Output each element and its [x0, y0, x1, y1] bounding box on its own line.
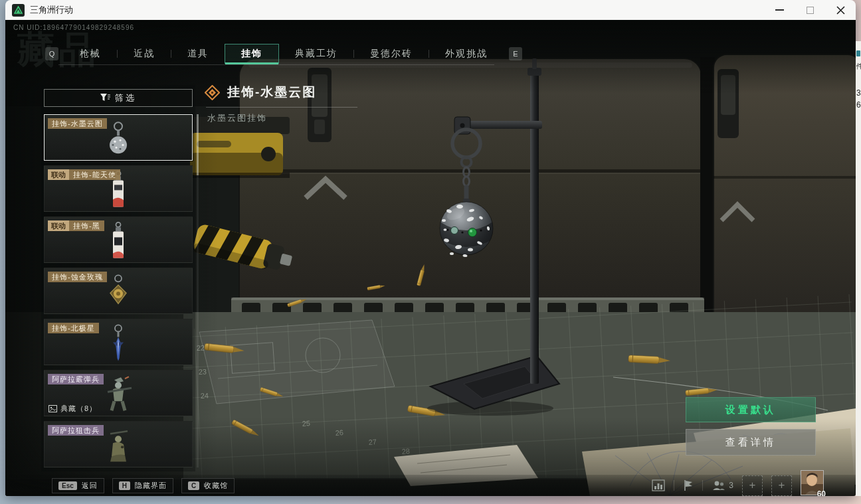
item-subtitle: 水墨云图挂饰 — [207, 112, 357, 124]
squad-count: 3 — [729, 481, 733, 490]
filter-button[interactable]: 筛选 — [44, 89, 193, 107]
empty-slot-button[interactable] — [742, 475, 763, 496]
item-thumbnail — [105, 323, 132, 363]
sidebar-item-neng-tianshi[interactable]: 联动挂饰-能天使 — [44, 165, 193, 212]
hint-hide-ui[interactable]: H 隐藏界面 — [112, 478, 173, 493]
sidebar-item-ink-cloud[interactable]: 挂饰-水墨云图 — [44, 114, 193, 161]
background-window-text: 件 — [856, 62, 861, 71]
sidebar-scrollbar[interactable] — [197, 114, 199, 467]
hint-collection-hall[interactable]: C 收藏馆 — [181, 478, 235, 493]
item-thumbnail — [104, 120, 133, 158]
scrollbar-thumb[interactable] — [197, 114, 199, 175]
tab-collection-workshop[interactable]: 典藏工坊 — [279, 44, 353, 64]
esc-keycap: Esc — [58, 481, 77, 490]
item-title: 挂饰-水墨云图 — [227, 84, 316, 101]
item-thumbnail — [105, 221, 132, 261]
bar-chart-icon — [652, 479, 665, 491]
background-window-value: 6 — [856, 100, 861, 110]
sidebar-item-beijixing[interactable]: 挂饰-北极星 — [44, 319, 193, 365]
game-window: 三角洲行动 — [5, 0, 856, 496]
tab-melee[interactable]: 近战 — [118, 44, 171, 64]
empty-slot-button[interactable] — [771, 475, 792, 496]
collection-icon — [48, 405, 57, 412]
sidebar-item-asala-sniper[interactable]: 阿萨拉狙击兵 — [44, 421, 193, 467]
tab-charms[interactable]: 挂饰 — [225, 44, 279, 64]
set-default-button[interactable]: 设置默认 — [686, 397, 816, 422]
background-window-value: 3 — [856, 88, 861, 98]
separator — [674, 480, 674, 491]
avatar-level: 60 — [817, 489, 826, 496]
c-keycap: C — [188, 481, 199, 490]
flag-button[interactable] — [683, 479, 694, 491]
tab-mandel-brick[interactable]: 曼德尔砖 — [354, 44, 429, 64]
item-thumbnail — [104, 273, 133, 311]
background-window-sliver[interactable]: 件 3 6 — [856, 41, 861, 496]
charm-rarity-icon — [205, 85, 220, 100]
maximize-icon — [807, 7, 814, 14]
filter-icon — [100, 94, 110, 102]
item-list-sidebar: 筛选 挂饰-水墨云图 联动挂饰-能天使 — [44, 89, 193, 467]
item-thumbnail — [98, 427, 138, 464]
squad-button[interactable]: 3 — [712, 480, 733, 491]
category-tabbar: Q 枪械 近战 道具 挂饰 典藏工坊 曼德尔砖 外观挑战 E — [40, 44, 527, 64]
prev-tab-key[interactable]: Q — [45, 47, 58, 60]
window-title: 三角洲行动 — [30, 4, 73, 16]
minimize-button[interactable] — [764, 0, 795, 20]
window-titlebar: 三角洲行动 — [5, 0, 856, 20]
sidebar-item-hei[interactable]: 联动挂饰-黑 — [44, 216, 193, 263]
separator — [702, 480, 703, 491]
stats-button[interactable] — [652, 479, 665, 491]
close-button[interactable] — [825, 0, 856, 20]
bottom-bar: Esc 返回 H 隐藏界面 C 收藏馆 — [5, 475, 856, 496]
background-window-icon — [856, 50, 860, 56]
h-keycap: H — [119, 481, 130, 490]
tab-appearance-challenge[interactable]: 外观挑战 — [429, 44, 504, 64]
tabbar-divider — [58, 64, 494, 65]
close-icon — [836, 6, 845, 15]
player-uid: CN UID:189647790149829248596 — [13, 24, 134, 31]
tab-firearms[interactable]: 枪械 — [64, 44, 117, 64]
game-content: 22 23 24 25 26 27 28 29 30 30 31 — [5, 20, 856, 496]
item-thumbnail — [98, 376, 138, 413]
view-details-button[interactable]: 查看详情 — [686, 429, 816, 456]
tab-gear[interactable]: 道具 — [171, 44, 225, 64]
sidebar-item-asala-shotgunner[interactable]: 阿萨拉霰弹兵 — [44, 370, 193, 416]
collection-count: 典藏（8） — [48, 404, 97, 414]
people-icon — [712, 480, 726, 491]
header-divider — [206, 107, 357, 108]
app-logo-icon — [12, 4, 25, 17]
flag-icon — [683, 479, 694, 491]
sidebar-item-shijin-meigui[interactable]: 挂饰-蚀金玫瑰 — [44, 268, 193, 314]
maximize-button[interactable] — [795, 0, 825, 20]
crate-right — [700, 54, 856, 325]
next-tab-key[interactable]: E — [509, 47, 522, 60]
player-avatar[interactable]: 60 — [801, 470, 824, 495]
hint-back[interactable]: Esc 返回 — [52, 478, 104, 493]
minimize-icon — [775, 9, 784, 11]
item-header: 挂饰-水墨云图 水墨云图挂饰 — [205, 84, 357, 124]
